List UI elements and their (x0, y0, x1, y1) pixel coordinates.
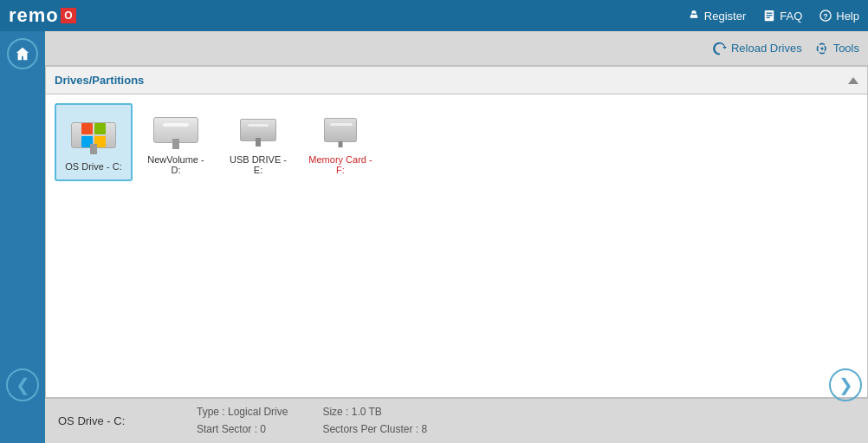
svg-rect-1 (767, 13, 773, 14)
size-label: Size : 1.0 TB (322, 404, 427, 420)
register-label: Register (704, 10, 746, 23)
back-arrow[interactable]: ❮ (6, 368, 39, 401)
sectors-per-cluster-label: Sectors Per Cluster : 8 (322, 421, 427, 438)
forward-arrow-icon: ❯ (839, 375, 853, 395)
usb-drive-label: USB DRIVE - E: (225, 154, 291, 175)
register-button[interactable]: Register (688, 10, 746, 23)
memory-drive-icon (318, 109, 363, 150)
logo-text: remo (9, 4, 59, 27)
header: remoO Register FAQ ? Help (0, 0, 868, 31)
os-drive-label: OS Drive - C: (65, 161, 121, 172)
type-label: Type : Logical Drive (197, 404, 288, 420)
header-nav: Register FAQ ? Help (688, 10, 859, 23)
faq-button[interactable]: FAQ (763, 10, 802, 23)
newvolume-drive-label: NewVolume - D: (143, 154, 209, 175)
status-bar: OS Drive - C: Type : Logical Drive Start… (45, 398, 868, 443)
toolbar: Reload Drives Tools (45, 31, 868, 66)
forward-arrow[interactable]: ❯ (829, 368, 862, 401)
start-sector-label: Start Sector : 0 (197, 421, 288, 438)
drives-content: OS Drive - C: NewVolume - D: (46, 94, 867, 397)
memory-drive-label: Memory Card - F: (308, 154, 373, 175)
os-drive-icon (71, 114, 116, 157)
home-button[interactable] (7, 38, 38, 69)
back-nav[interactable]: ❮ (6, 368, 39, 401)
svg-text:?: ? (824, 12, 828, 21)
tools-label: Tools (833, 42, 859, 55)
tools-button[interactable]: Tools (815, 42, 859, 55)
drive-item-newvolume[interactable]: NewVolume - D: (137, 103, 215, 181)
svg-rect-3 (767, 17, 770, 18)
status-drive-name: OS Drive - C: (58, 414, 162, 427)
svg-rect-2 (767, 15, 773, 16)
faq-label: FAQ (780, 10, 802, 23)
reload-drives-button[interactable]: Reload Drives (713, 42, 802, 55)
main-layout: Reload Drives Tools Drives/Partitions (0, 31, 868, 443)
collapse-icon[interactable] (848, 77, 858, 84)
content-area: Reload Drives Tools Drives/Partitions (45, 31, 868, 443)
drives-header-label: Drives/Partitions (55, 74, 144, 87)
status-details-right: Size : 1.0 TB Sectors Per Cluster : 8 (322, 404, 427, 437)
newvolume-drive-icon (153, 109, 198, 150)
help-button[interactable]: ? Help (819, 10, 859, 23)
forward-nav[interactable]: ❯ (829, 368, 862, 401)
drive-item-memory[interactable]: Memory Card - F: (301, 103, 379, 181)
drives-header: Drives/Partitions (46, 67, 867, 94)
status-details-left: Type : Logical Drive Start Sector : 0 (197, 404, 288, 437)
drive-item-os[interactable]: OS Drive - C: (55, 103, 133, 181)
drive-item-usb[interactable]: USB DRIVE - E: (219, 103, 297, 181)
drives-panel: Drives/Partitions (45, 66, 868, 398)
reload-drives-label: Reload Drives (731, 42, 802, 55)
logo-icon: O (61, 8, 76, 23)
usb-drive-icon (236, 109, 281, 150)
back-arrow-icon: ❮ (16, 375, 30, 395)
help-label: Help (836, 10, 859, 23)
logo: remoO (9, 4, 76, 27)
